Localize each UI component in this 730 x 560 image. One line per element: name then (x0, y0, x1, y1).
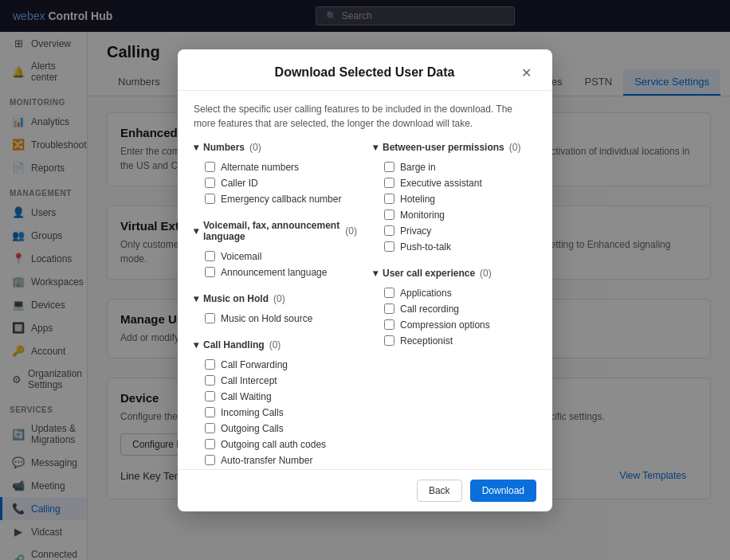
checkbox-applications-input[interactable] (384, 288, 394, 298)
col-section-header-user-call[interactable]: ▾ User call experience (0) (373, 268, 536, 279)
checkbox-caller-id-input[interactable] (205, 178, 215, 188)
checkbox-voicemail: Voicemail (194, 249, 357, 264)
checkbox-outgoing-call-auth: Outgoing call auth codes (194, 437, 357, 452)
checkbox-monitoring: Monitoring (373, 207, 536, 223)
checkbox-call-recording: Call recording (373, 301, 536, 317)
checkbox-monitoring-label: Monitoring (400, 210, 445, 221)
modal-title: Download Selected User Data (213, 65, 516, 80)
checkbox-announcement-language: Announcement language (194, 264, 357, 280)
col-section-between-user-count: (0) (509, 142, 521, 153)
col-section-call-handling: ▾ Call Handling (0) Call Forwarding Call… (194, 339, 357, 468)
modal-description: Select the specific user calling feature… (194, 102, 536, 131)
checkbox-monitoring-input[interactable] (384, 210, 394, 220)
checkbox-outgoing-calls-label: Outgoing Calls (221, 423, 284, 434)
modal-overlay: Download Selected User Data ✕ Select the… (0, 0, 730, 560)
checkbox-compression-options: Compression options (373, 317, 536, 333)
col-section-call-handling-count: (0) (269, 339, 281, 350)
back-button[interactable]: Back (417, 480, 462, 502)
col-section-numbers-count: (0) (249, 142, 261, 153)
col-section-between-user: ▾ Between-user permissions (0) Barge in … (373, 142, 536, 255)
checkbox-incoming-calls: Incoming Calls (194, 405, 357, 421)
col-section-numbers: ▾ Numbers (0) Alternate numbers Caller I… (194, 142, 357, 207)
checkbox-receptionist: Receptionist (373, 333, 536, 349)
col-section-numbers-label: Numbers (203, 142, 245, 153)
checkbox-compression-options-label: Compression options (400, 319, 490, 331)
col-section-voicemail: ▾ Voicemail, fax, announcement language … (194, 220, 357, 280)
checkbox-hoteling: Hoteling (373, 191, 536, 207)
col-section-user-call-label: User call experience (383, 268, 475, 279)
checkbox-applications-label: Applications (400, 288, 452, 299)
checkbox-call-waiting-label: Call Waiting (221, 391, 272, 402)
checkbox-call-recording-label: Call recording (400, 303, 459, 315)
chevron-down-icon-user-call: ▾ (373, 268, 378, 279)
checkbox-receptionist-input[interactable] (384, 335, 394, 346)
col-section-music-label: Music on Hold (203, 293, 269, 304)
col-section-music-on-hold: ▾ Music on Hold (0) Music on Hold source (194, 293, 357, 327)
checkbox-call-intercept-input[interactable] (205, 375, 215, 386)
checkbox-incoming-calls-label: Incoming Calls (221, 407, 284, 418)
download-button[interactable]: Download (470, 480, 536, 502)
col-section-header-call-handling[interactable]: ▾ Call Handling (0) (194, 339, 357, 350)
col-section-user-call-experience: ▾ User call experience (0) Applications … (373, 268, 536, 349)
checkbox-executive-assistant-label: Executive assistant (400, 178, 482, 189)
checkbox-emergency-callback-input[interactable] (205, 194, 215, 204)
modal-header: Download Selected User Data ✕ (178, 49, 552, 91)
checkbox-announcement-language-label: Announcement language (221, 267, 327, 278)
modal-footer: Back Download (178, 469, 552, 511)
checkbox-music-on-hold-source-label: Music on Hold source (221, 313, 312, 324)
checkbox-applications: Applications (373, 285, 536, 301)
checkbox-alternate-numbers: Alternate numbers (194, 159, 357, 175)
chevron-down-icon: ▾ (194, 142, 198, 153)
col-section-voicemail-count: (0) (345, 225, 357, 237)
checkbox-alternate-numbers-input[interactable] (205, 162, 215, 172)
checkbox-call-intercept: Call Intercept (194, 373, 357, 389)
col-section-voicemail-label: Voicemail, fax, announcement language (203, 220, 340, 242)
checkbox-call-forwarding-input[interactable] (205, 359, 215, 370)
checkbox-executive-assistant: Executive assistant (373, 175, 536, 191)
checkbox-voicemail-input[interactable] (205, 251, 215, 261)
checkbox-caller-id-label: Caller ID (221, 178, 258, 189)
checkbox-emergency-callback: Emergency callback number (194, 191, 357, 207)
checkbox-push-to-talk-label: Push-to-talk (400, 241, 451, 253)
checkbox-alternate-numbers-label: Alternate numbers (221, 162, 299, 173)
col-section-header-numbers[interactable]: ▾ Numbers (0) (194, 142, 357, 153)
checkbox-push-to-talk-input[interactable] (384, 241, 394, 252)
modal-close-button[interactable]: ✕ (516, 64, 536, 82)
checkbox-barge-in: Barge in (373, 159, 536, 175)
checkbox-music-on-hold-source-input[interactable] (205, 313, 215, 323)
modal-body: Select the specific user calling feature… (178, 91, 552, 469)
col-section-call-handling-label: Call Handling (203, 339, 265, 350)
modal-left-column: ▾ Numbers (0) Alternate numbers Caller I… (194, 142, 357, 469)
checkbox-barge-in-input[interactable] (384, 162, 394, 172)
checkbox-call-forwarding-label: Call Forwarding (221, 359, 288, 370)
checkbox-announcement-language-input[interactable] (205, 267, 215, 277)
checkbox-push-to-talk: Push-to-talk (373, 239, 536, 255)
col-section-header-music-on-hold[interactable]: ▾ Music on Hold (0) (194, 293, 357, 304)
checkbox-emergency-callback-label: Emergency callback number (221, 194, 341, 205)
checkbox-hoteling-label: Hoteling (400, 194, 435, 205)
checkbox-receptionist-label: Receptionist (400, 335, 453, 347)
checkbox-privacy-input[interactable] (384, 225, 394, 236)
checkbox-incoming-calls-input[interactable] (205, 407, 215, 417)
checkbox-music-on-hold-source: Music on Hold source (194, 311, 357, 327)
checkbox-barge-in-label: Barge in (400, 162, 436, 173)
checkbox-call-intercept-label: Call Intercept (221, 375, 277, 386)
checkbox-auto-transfer: Auto-transfer Number (194, 452, 357, 468)
checkbox-auto-transfer-input[interactable] (205, 455, 215, 465)
checkbox-hoteling-input[interactable] (384, 194, 394, 204)
checkbox-outgoing-calls-input[interactable] (205, 423, 215, 433)
col-section-header-between-user[interactable]: ▾ Between-user permissions (0) (373, 142, 536, 153)
download-modal: Download Selected User Data ✕ Select the… (178, 49, 552, 511)
col-section-music-count: (0) (273, 293, 285, 304)
checkbox-call-waiting-input[interactable] (205, 391, 215, 401)
col-section-header-voicemail[interactable]: ▾ Voicemail, fax, announcement language … (194, 220, 357, 242)
checkbox-executive-assistant-input[interactable] (384, 178, 394, 188)
chevron-down-icon-voicemail: ▾ (194, 225, 198, 237)
modal-right-column: ▾ Between-user permissions (0) Barge in … (373, 142, 536, 469)
modal-columns: ▾ Numbers (0) Alternate numbers Caller I… (194, 142, 536, 469)
checkbox-compression-options-input[interactable] (384, 319, 394, 330)
checkbox-call-recording-input[interactable] (384, 303, 394, 314)
col-section-user-call-count: (0) (480, 268, 492, 279)
checkbox-outgoing-call-auth-input[interactable] (205, 439, 215, 449)
checkbox-caller-id: Caller ID (194, 175, 357, 191)
